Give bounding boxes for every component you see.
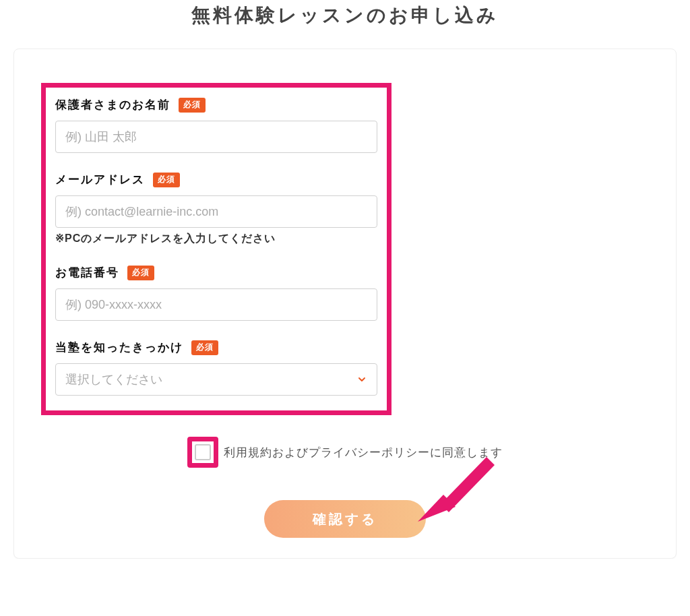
referral-label: 当塾を知ったきっかけ [55,340,183,355]
required-badge: 必須 [191,340,218,355]
form-highlight-box: 保護者さまのお名前 必須 メールアドレス 必須 ※PCのメールアドレスを入力して… [41,83,391,415]
guardian-name-input[interactable] [55,121,377,153]
chevron-down-icon [356,374,367,385]
form-card: 保護者さまのお名前 必須 メールアドレス 必須 ※PCのメールアドレスを入力して… [13,49,677,559]
email-label: メールアドレス [55,172,145,187]
field-guardian-name: 保護者さまのお名前 必須 [55,97,377,153]
phone-label: お電話番号 [55,265,119,280]
page-title: 無料体験レッスンのお申し込み [0,0,690,49]
required-badge: 必須 [127,266,154,280]
field-referral: 当塾を知ったきっかけ 必須 選択してください [55,340,377,396]
consent-row: 利用規約およびプライバシーポリシーに同意します [41,437,649,468]
phone-input[interactable] [55,288,377,321]
referral-select[interactable]: 選択してください [55,363,377,396]
required-badge: 必須 [179,98,206,113]
guardian-name-label: 保護者さまのお名前 [55,97,170,113]
consent-checkbox-highlight [187,437,218,468]
confirm-button[interactable]: 確認する [264,500,426,538]
email-input[interactable] [55,195,377,228]
email-note: ※PCのメールアドレスを入力してください [55,232,377,246]
consent-checkbox[interactable] [195,444,211,460]
referral-select-placeholder: 選択してください [65,371,162,388]
consent-text: 利用規約およびプライバシーポリシーに同意します [224,445,503,460]
required-badge: 必須 [153,173,180,187]
field-email: メールアドレス 必須 ※PCのメールアドレスを入力してください [55,172,377,246]
field-phone: お電話番号 必須 [55,265,377,321]
submit-row: 確認する [41,500,649,538]
